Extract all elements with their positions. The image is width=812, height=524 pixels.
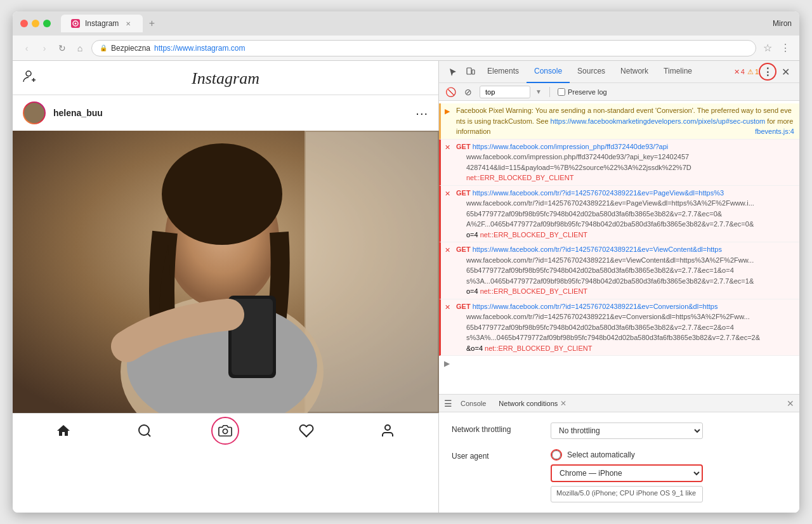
bottom-tab-console[interactable]: Console	[454, 395, 492, 412]
error-detail-1: www.facebook.com/impression.php/ffd37244…	[456, 153, 689, 160]
ig-avatar[interactable]	[23, 102, 46, 124]
console-filter-input[interactable]	[480, 86, 530, 98]
ig-more-button[interactable]: ···	[416, 106, 428, 121]
ig-photo	[13, 131, 439, 413]
maximize-traffic-light[interactable]	[43, 20, 51, 27]
error-url-2[interactable]: https://www.facebook.com/tr/?id=14257670…	[473, 189, 724, 197]
menu-button[interactable]: ⋮	[779, 42, 792, 55]
error-detail-1c: net::ERR_BLOCKED_BY_CLIENT	[456, 174, 573, 181]
svg-point-11	[162, 143, 282, 245]
svg-rect-18	[467, 68, 471, 74]
main-content: Instagram helena_buu ···	[13, 61, 799, 513]
console-error-entry-4: ✕ GET https://www.facebook.com/tr/?id=14…	[439, 299, 799, 357]
warning-source[interactable]: fbevents.js:4	[755, 126, 794, 137]
svg-point-17	[385, 425, 390, 430]
bookmark-button[interactable]: ☆	[761, 42, 774, 55]
console-warning-entry: ▶ Facebook Pixel Warning: You are sendin…	[439, 103, 799, 140]
throttling-dropdown[interactable]: No throttling	[551, 422, 703, 439]
ig-post-header: helena_buu ···	[13, 95, 438, 131]
refresh-button[interactable]: ↻	[56, 42, 69, 55]
select-auto-radio[interactable]	[552, 450, 561, 459]
error-url-3[interactable]: https://www.facebook.com/tr/?id=14257670…	[473, 246, 722, 253]
back-button[interactable]: ‹	[20, 42, 33, 55]
bottom-menu-button[interactable]: ☰	[442, 397, 454, 410]
error-method-3: GET	[456, 246, 473, 253]
devtools-device-button[interactable]	[462, 63, 480, 81]
user-agent-control: Select automatically Chrome — iPhone Moz…	[551, 449, 787, 502]
error-icon-2: ✕	[445, 188, 450, 199]
ig-heart-button[interactable]	[292, 417, 320, 445]
new-tab-button[interactable]: +	[143, 15, 160, 32]
tab-close-button[interactable]: ✕	[124, 19, 133, 28]
ig-home-button[interactable]	[49, 417, 77, 445]
network-conditions-close[interactable]: ✕	[560, 399, 566, 408]
error-detail-2b: 65b4779772af09bf98b95fc7948b042d02ba580d…	[456, 210, 722, 218]
warn-badge: ⚠ 1	[747, 68, 759, 76]
tab-sources[interactable]: Sources	[570, 61, 613, 83]
user-agent-string: Mozilla/5.0 (iPhone; CPU iPhone OS 9_1 l…	[551, 486, 703, 502]
console-expand-arrow[interactable]: ▶	[439, 356, 799, 371]
home-button[interactable]: ⌂	[74, 42, 86, 55]
error-detail-3b: 65b4779772af09bf98b95fc7948b042d02ba580d…	[456, 266, 734, 274]
error-url-4[interactable]: https://www.facebook.com/tr/?id=14257670…	[473, 303, 718, 310]
console-output: ▶ Facebook Pixel Warning: You are sendin…	[439, 101, 799, 394]
error-detail-4b: 65b4779772af09bf98b95fc7948b042d02ba580d…	[456, 324, 734, 331]
throttling-row: Network throttling No throttling	[452, 422, 787, 439]
error-method-1: GET	[456, 143, 473, 150]
tab-title: Instagram	[85, 19, 119, 28]
devtools-tab-bar: Elements Console Sources Network Timelin…	[439, 61, 799, 83]
tab-timeline[interactable]: Timeline	[656, 61, 700, 83]
error-blocked-3: net::ERR_BLOCKED_BY_CLIENT	[480, 287, 587, 295]
preserve-log-label[interactable]: Preserve log	[558, 88, 607, 96]
minimize-traffic-light[interactable]	[32, 20, 39, 27]
devtools-close-button[interactable]: ✕	[776, 63, 794, 81]
console-error-entry-1: ✕ GET https://www.facebook.com/impressio…	[439, 140, 799, 186]
warning-text: Facebook Pixel Warning: You are sending …	[456, 107, 793, 135]
devtools-more-button[interactable]: ⋮	[759, 63, 776, 81]
error-icon-3: ✕	[445, 245, 450, 256]
nav-bar: ‹ › ↻ ⌂ 🔒 Bezpieczna https://www.instagr…	[13, 36, 799, 61]
error-icon-1: ✕	[445, 142, 450, 153]
tab-elements[interactable]: Elements	[480, 61, 527, 83]
ig-add-user-button[interactable]	[23, 69, 37, 87]
tab-console[interactable]: Console	[527, 61, 570, 83]
user-agent-dropdown[interactable]: Chrome — iPhone	[551, 464, 703, 482]
address-bar[interactable]: 🔒 Bezpieczna https://www.instagram.com	[91, 40, 756, 56]
warning-link[interactable]: https://www.facebookmarketingdevelopers.…	[551, 117, 766, 125]
error-detail-2a: www.facebook.com/tr/?id=1425767024389221…	[456, 199, 754, 207]
ig-camera-button[interactable]	[211, 417, 239, 445]
ig-username[interactable]: helena_buu	[53, 108, 408, 118]
error-blocked-4: net::ERR_BLOCKED_BY_CLIENT	[485, 344, 592, 352]
error-detail-2c: A%2F...0465b4779772af09bf98b95fc7948b042…	[456, 220, 754, 228]
error-badge: ✕ 4	[734, 68, 745, 76]
ig-bottom-bar	[13, 413, 438, 447]
browser-tab[interactable]: Instagram ✕	[61, 15, 143, 32]
bottom-tab-network-conditions[interactable]: Network conditions ✕	[492, 395, 573, 412]
close-traffic-light[interactable]	[20, 20, 28, 27]
clear-console-button[interactable]: 🚫	[444, 86, 457, 98]
svg-point-1	[75, 23, 77, 25]
devtools-bottom: ☰ Console Network conditions ✕ ✕ Network…	[439, 394, 799, 513]
devtools-cursor-button[interactable]	[444, 63, 462, 81]
tab-area: Instagram ✕ +	[61, 15, 768, 32]
title-bar: Instagram ✕ + Miron	[13, 11, 799, 36]
tab-favicon	[71, 19, 80, 28]
forward-button[interactable]: ›	[38, 42, 51, 55]
filter-icon[interactable]: ⊘	[462, 86, 475, 98]
error-blocked-2: net::ERR_BLOCKED_BY_CLIENT	[480, 231, 587, 239]
error-url-1[interactable]: https://www.facebook.com/impression_php/…	[473, 143, 669, 150]
error-detail-3d: o=4 net::ERR_BLOCKED_BY_CLIENT	[456, 287, 587, 295]
svg-point-15	[139, 425, 149, 435]
preserve-log-checkbox[interactable]	[558, 88, 565, 96]
ig-profile-button[interactable]	[374, 417, 402, 445]
error-detail-3a: www.facebook.com/tr/?id=1425767024389221…	[456, 256, 754, 264]
select-auto-label: Select automatically	[567, 450, 635, 459]
warning-icon: ▶	[445, 106, 450, 117]
nav-actions: ☆ ⋮	[761, 42, 792, 55]
user-agent-row: User agent Select automatically Chrome	[452, 449, 787, 502]
tab-network[interactable]: Network	[613, 61, 656, 83]
console-error-entry-3: ✕ GET https://www.facebook.com/tr/?id=14…	[439, 242, 799, 299]
instagram-panel: Instagram helena_buu ···	[13, 61, 439, 513]
close-all-bottom-panels[interactable]: ✕	[784, 397, 797, 410]
ig-search-button[interactable]	[131, 417, 159, 445]
